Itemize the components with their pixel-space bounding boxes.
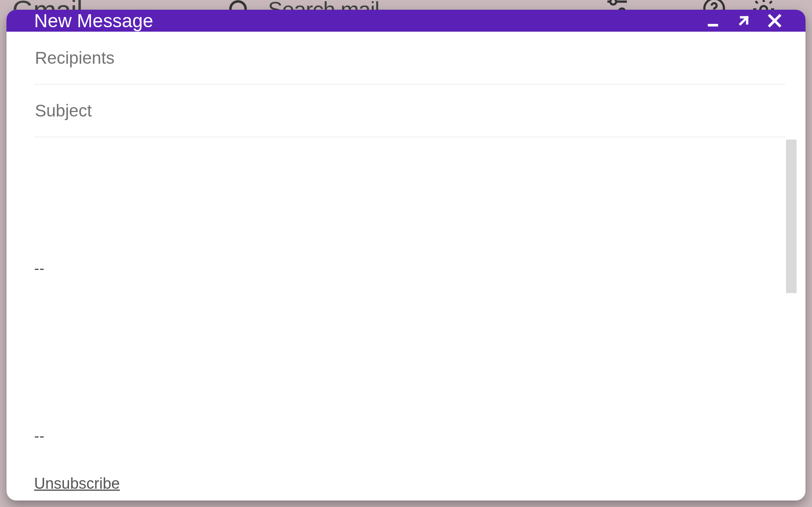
minimize-button[interactable]	[704, 12, 722, 30]
svg-rect-9	[708, 24, 718, 26]
subject-field[interactable]	[34, 84, 785, 137]
compose-window: New Message -- -- Unsub	[6, 10, 806, 501]
compose-body-area[interactable]: -- -- Unsubscribe	[6, 137, 806, 501]
recipients-field[interactable]	[34, 32, 785, 84]
compose-title: New Message	[34, 10, 704, 32]
signature-separator: --	[34, 427, 44, 444]
compose-body[interactable]: -- -- Unsubscribe	[34, 137, 785, 501]
popout-button[interactable]	[735, 12, 753, 30]
signature-separator: --	[34, 260, 44, 277]
recipients-input[interactable]	[34, 48, 785, 68]
close-button[interactable]	[766, 12, 784, 30]
unsubscribe-link[interactable]: Unsubscribe	[34, 475, 120, 492]
subject-input[interactable]	[34, 101, 785, 121]
svg-point-3	[610, 0, 616, 4]
compose-titlebar: New Message	[6, 10, 806, 32]
body-scrollbar[interactable]	[786, 140, 797, 293]
